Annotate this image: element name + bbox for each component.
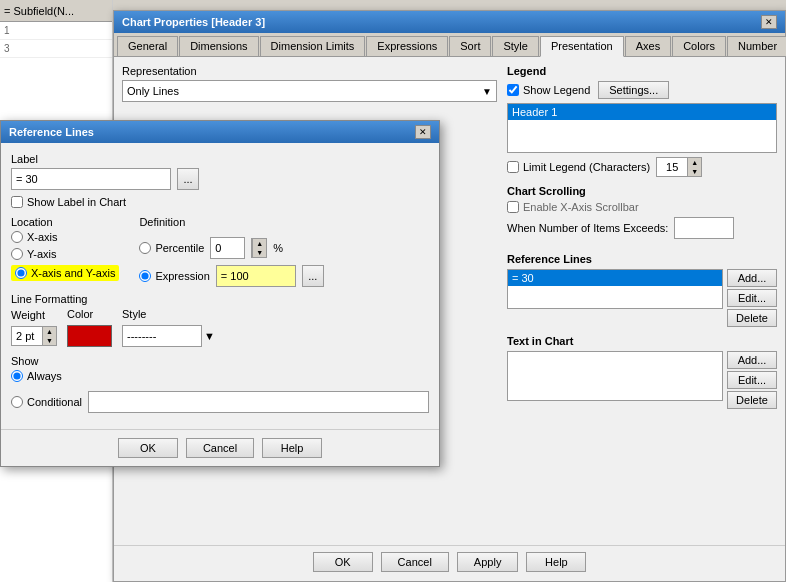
expression-radio-label[interactable]: Expression (139, 270, 209, 282)
spin-up-button[interactable]: ▲ (687, 158, 701, 167)
always-radio[interactable] (11, 370, 23, 382)
show-radio-group: Always Conditional (11, 370, 429, 413)
text-in-chart-area[interactable] (507, 351, 723, 401)
style-select[interactable] (122, 325, 202, 347)
x-axis-radio-label[interactable]: X-axis (11, 231, 119, 243)
textchart-add-button[interactable]: Add... (727, 351, 777, 369)
weight-label: Weight (11, 309, 57, 321)
show-label-checkbox-label[interactable]: Show Label in Chart (11, 196, 429, 208)
percentile-radio-label[interactable]: Percentile (139, 242, 204, 254)
tab-dimension-limits[interactable]: Dimension Limits (260, 36, 366, 56)
tab-number[interactable]: Number (727, 36, 786, 56)
color-picker-box[interactable] (67, 325, 112, 347)
expression-row: Expression ... (139, 265, 323, 287)
show-label-checkbox[interactable] (11, 196, 23, 208)
dialog-help-button[interactable]: Help (262, 438, 322, 458)
tab-sort[interactable]: Sort (449, 36, 491, 56)
limit-legend-checkbox-label[interactable]: Limit Legend (Characters) (507, 161, 650, 173)
row-num-1: 1 (4, 25, 24, 36)
xy-axis-radio-label[interactable]: X-axis and Y-axis (11, 265, 119, 281)
color-group: Color (67, 308, 112, 347)
expression-input[interactable] (216, 265, 296, 287)
enable-scrollbar-label[interactable]: Enable X-Axis Scrollbar (507, 201, 777, 213)
reflines-list[interactable]: = 30 (507, 269, 723, 309)
location-section: Location X-axis Y-axis X-axis and Y-axis (11, 216, 119, 287)
reflines-delete-button[interactable]: Delete (727, 309, 777, 327)
limit-spinner[interactable]: ▲ ▼ (656, 157, 702, 177)
conditional-input[interactable] (88, 391, 429, 413)
main-help-button[interactable]: Help (526, 552, 586, 572)
conditional-label: Conditional (27, 396, 82, 408)
weight-spin-down[interactable]: ▼ (42, 336, 56, 345)
y-axis-radio-label[interactable]: Y-axis (11, 248, 119, 260)
xy-axis-radio[interactable] (15, 267, 27, 279)
weight-group: Weight ▲ ▼ (11, 309, 57, 346)
percentile-radio[interactable] (139, 242, 151, 254)
dialog-title-bar: Reference Lines ✕ (1, 121, 439, 143)
representation-select[interactable]: Only Lines ▼ (122, 80, 497, 102)
expression-browse-button[interactable]: ... (302, 265, 324, 287)
percentile-input[interactable] (210, 237, 245, 259)
pct-spin-down[interactable]: ▼ (252, 248, 266, 257)
dialog-title: Reference Lines (9, 126, 94, 138)
show-section: Show Always Conditional (11, 355, 429, 413)
reference-lines-title: Reference Lines (507, 253, 777, 265)
y-axis-radio[interactable] (11, 248, 23, 260)
close-icon[interactable]: ✕ (761, 15, 777, 29)
when-exceeds-input[interactable] (674, 217, 734, 239)
main-bottom-buttons: OK Cancel Apply Help (114, 545, 785, 578)
label-browse-button[interactable]: ... (177, 168, 199, 190)
show-legend-checkbox-label[interactable]: Show Legend (507, 84, 590, 96)
reflines-edit-button[interactable]: Edit... (727, 289, 777, 307)
weight-spin-up[interactable]: ▲ (42, 327, 56, 336)
textchart-edit-button[interactable]: Edit... (727, 371, 777, 389)
dialog-close-icon[interactable]: ✕ (415, 125, 431, 139)
weight-spinner-btns: ▲ ▼ (42, 327, 56, 345)
reflines-with-buttons: = 30 Add... Edit... Delete (507, 269, 777, 327)
spinner-buttons: ▲ ▼ (687, 158, 701, 176)
show-title: Show (11, 355, 429, 367)
tab-axes[interactable]: Axes (625, 36, 671, 56)
pct-spin-up[interactable]: ▲ (252, 239, 266, 248)
refline-item-30[interactable]: = 30 (508, 270, 722, 286)
main-apply-button[interactable]: Apply (457, 552, 519, 572)
sheet-formula: = Subfield(N... (4, 5, 74, 17)
dialog-cancel-button[interactable]: Cancel (186, 438, 254, 458)
limit-legend-checkbox[interactable] (507, 161, 519, 173)
expression-radio[interactable] (139, 270, 151, 282)
when-exceeds-label: When Number of Items Exceeds: (507, 222, 668, 234)
reflines-add-button[interactable]: Add... (727, 269, 777, 287)
dialog-ok-button[interactable]: OK (118, 438, 178, 458)
style-dropdown-arrow[interactable]: ▼ (204, 330, 215, 342)
legend-item-header1[interactable]: Header 1 (508, 104, 776, 120)
sheet-row-1: 1 (0, 22, 112, 40)
show-legend-checkbox[interactable] (507, 84, 519, 96)
main-ok-button[interactable]: OK (313, 552, 373, 572)
always-radio-label[interactable]: Always (11, 370, 429, 382)
tab-style[interactable]: Style (492, 36, 538, 56)
conditional-radio-label[interactable]: Conditional (11, 396, 82, 408)
legend-list[interactable]: Header 1 (507, 103, 777, 153)
textchart-with-buttons: Add... Edit... Delete (507, 351, 777, 409)
tab-presentation[interactable]: Presentation (540, 36, 624, 57)
main-cancel-button[interactable]: Cancel (381, 552, 449, 572)
tab-expressions[interactable]: Expressions (366, 36, 448, 56)
enable-scrollbar-checkbox[interactable] (507, 201, 519, 213)
tab-general[interactable]: General (117, 36, 178, 56)
spin-down-button[interactable]: ▼ (687, 167, 701, 176)
tab-dimensions[interactable]: Dimensions (179, 36, 258, 56)
weight-input[interactable] (12, 327, 42, 345)
limit-spinner-input[interactable] (657, 158, 687, 176)
tab-colors[interactable]: Colors (672, 36, 726, 56)
style-select-row: ▼ (122, 325, 215, 347)
textchart-delete-button[interactable]: Delete (727, 391, 777, 409)
conditional-radio[interactable] (11, 396, 23, 408)
reflines-buttons: Add... Edit... Delete (727, 269, 777, 327)
legend-section: Legend Show Legend Settings... Header 1 … (507, 65, 777, 177)
label-input[interactable] (11, 168, 171, 190)
definition-section: Definition Percentile ▲ ▼ % (139, 216, 323, 287)
percentile-spinner-btns: ▲ ▼ (251, 238, 267, 258)
settings-button[interactable]: Settings... (598, 81, 669, 99)
x-axis-label: X-axis (27, 231, 58, 243)
x-axis-radio[interactable] (11, 231, 23, 243)
